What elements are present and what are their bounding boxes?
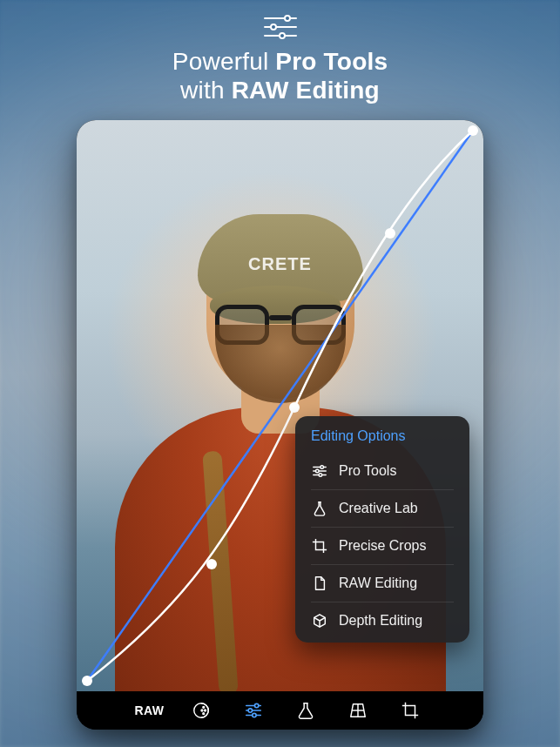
raw-button[interactable]: RAW <box>134 703 164 717</box>
headline-text-2: with <box>180 77 232 104</box>
flask-icon <box>311 501 328 516</box>
cube-icon <box>311 613 328 629</box>
svg-point-3 <box>271 24 276 30</box>
svg-point-26 <box>248 709 252 712</box>
svg-point-5 <box>280 33 285 38</box>
svg-point-17 <box>319 474 322 477</box>
popover-item-creative-lab[interactable]: Creative Lab <box>311 489 454 527</box>
flask-icon <box>296 701 315 720</box>
crop-icon <box>311 538 328 554</box>
popover-title: Editing Options <box>295 428 469 453</box>
cap-text: CRETE <box>248 254 312 274</box>
svg-point-19 <box>202 706 204 708</box>
svg-point-20 <box>204 710 206 711</box>
popover-item-precise-crops[interactable]: Precise Crops <box>311 527 454 564</box>
svg-point-24 <box>254 703 258 707</box>
headline-strong-1: Pro Tools <box>275 48 388 75</box>
marketing-headline: Powerful Pro Tools with RAW Editing <box>0 12 560 104</box>
popover-item-pro-tools[interactable]: Pro Tools <box>295 453 469 489</box>
halftone-icon <box>192 701 211 720</box>
popover-item-depth-editing[interactable]: Depth Editing <box>311 602 454 639</box>
popover-item-label: Pro Tools <box>339 463 396 479</box>
popover-item-label: Creative Lab <box>339 501 418 516</box>
popover-item-label: RAW Editing <box>339 575 417 591</box>
perspective-icon <box>348 701 368 720</box>
svg-point-22 <box>201 710 203 711</box>
lab-button[interactable] <box>290 695 321 726</box>
sliders-icon <box>311 463 328 479</box>
popover-item-raw-editing[interactable]: RAW Editing <box>311 564 454 602</box>
editing-options-popover: Editing Options Pro Tools Creative Lab <box>295 416 469 643</box>
svg-point-28 <box>252 713 255 717</box>
svg-point-13 <box>320 466 324 469</box>
sliders-icon <box>261 12 300 42</box>
headline-text: Powerful <box>172 48 276 75</box>
headline-strong-2: RAW Editing <box>232 77 380 104</box>
file-icon <box>311 575 328 591</box>
crop-icon <box>401 701 420 720</box>
transform-button[interactable] <box>342 695 374 726</box>
popover-item-label: Depth Editing <box>339 613 422 629</box>
editor-preview-frame: CRETE Editing Options Pro Tools <box>77 120 483 730</box>
adjust-button[interactable] <box>238 695 269 726</box>
svg-point-21 <box>202 713 204 715</box>
filters-button[interactable] <box>186 695 217 726</box>
svg-point-15 <box>316 469 320 473</box>
editor-toolbar: RAW <box>77 691 483 730</box>
popover-item-label: Precise Crops <box>339 538 426 554</box>
svg-point-1 <box>285 16 290 21</box>
crop-button[interactable] <box>395 695 426 726</box>
sliders-icon <box>244 701 263 720</box>
